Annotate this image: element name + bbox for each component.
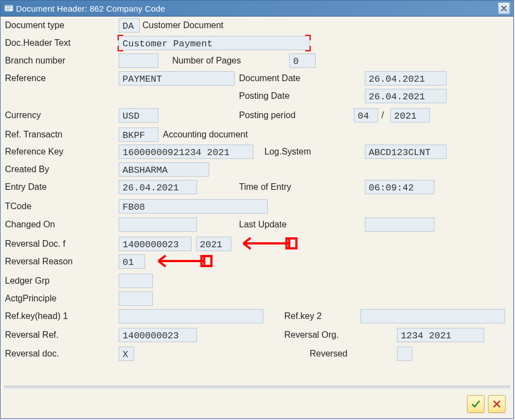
ref-transactn-field[interactable]: BKPF	[119, 127, 158, 142]
document-date-field[interactable]: 26.04.2021	[365, 71, 447, 86]
time-of-entry-field[interactable]: 06:09:42	[365, 180, 434, 194]
label-currency: Currency	[5, 108, 41, 123]
cancel-button[interactable]	[488, 395, 506, 413]
annotation-arrow-2	[146, 250, 213, 274]
label-ref-transactn: Ref. Transactn	[5, 127, 62, 142]
posting-period-month-field[interactable]: 04	[354, 108, 378, 123]
reversal-reason-field[interactable]: 01	[119, 254, 145, 269]
title-bar: Document Header: 862 Company Code	[1, 1, 513, 17]
label-time-of-entry: Time of Entry	[239, 180, 291, 194]
reversal-doc-f-year-field[interactable]: 2021	[196, 237, 231, 251]
reversed-field[interactable]	[397, 347, 412, 361]
document-type-desc: Customer Document	[142, 18, 224, 33]
form-canvas: Document type DA Customer Document Doc.H…	[3, 17, 511, 386]
label-reversal-ref: Reversal Ref.	[5, 328, 59, 342]
label-posting-period: Posting period	[239, 108, 295, 123]
label-actg-principle: ActgPrinciple	[5, 291, 56, 306]
label-document-type: Document type	[5, 18, 65, 33]
created-by-field[interactable]: ABSHARMA	[119, 162, 209, 177]
label-tcode: TCode	[5, 199, 31, 214]
dialog-button-bar	[467, 395, 506, 413]
label-created-by: Created By	[5, 162, 49, 177]
cancel-icon	[492, 400, 501, 408]
posting-period-sep: /	[381, 108, 384, 123]
reversal-org-field[interactable]: 1234 2021	[397, 328, 484, 342]
entry-date-field[interactable]: 26.04.2021	[119, 180, 197, 194]
label-doc-header-text: Doc.Header Text	[5, 36, 71, 50]
ref-key-2-field[interactable]	[360, 309, 505, 323]
tcode-field[interactable]: FB08	[119, 199, 268, 214]
close-button[interactable]	[498, 2, 510, 14]
dialog-window: Document Header: 862 Company Code Docume…	[0, 0, 514, 419]
close-icon	[501, 6, 507, 11]
label-reversal-reason: Reversal Reason	[5, 254, 73, 269]
label-posting-date: Posting Date	[239, 89, 290, 103]
reference-field[interactable]: PAYMENT	[119, 71, 235, 86]
label-ref-key-head-1: Ref.key(head) 1	[5, 309, 68, 323]
posting-period-year-field[interactable]: 2021	[390, 108, 430, 123]
label-entry-date: Entry Date	[5, 180, 47, 194]
label-document-date: Document Date	[239, 71, 300, 86]
last-update-field[interactable]	[365, 217, 434, 232]
reversal-doc-field[interactable]: X	[119, 347, 134, 361]
document-type-field[interactable]: DA	[119, 18, 140, 33]
changed-on-field[interactable]	[119, 217, 197, 232]
currency-field[interactable]: USD	[119, 108, 158, 123]
sap-logo-icon	[4, 3, 14, 13]
ok-button[interactable]	[467, 395, 485, 413]
label-reversal-org: Reversal Org.	[284, 328, 339, 342]
ledger-grp-field[interactable]	[119, 274, 153, 288]
label-branch-number: Branch number	[5, 54, 65, 68]
actg-principle-field[interactable]	[119, 291, 153, 306]
svg-rect-2	[201, 256, 211, 266]
doc-header-text-wrap: Customer Payment	[119, 36, 310, 50]
label-ledger-grp: Ledger Grp	[5, 274, 50, 288]
bottom-divider	[4, 386, 510, 390]
label-log-system: Log.System	[264, 145, 311, 159]
label-ref-key-2: Ref.key 2	[284, 309, 322, 323]
label-reference-key: Reference Key	[5, 145, 63, 159]
posting-date-field[interactable]: 26.04.2021	[365, 89, 447, 103]
annotation-arrow-1	[231, 232, 298, 256]
svg-rect-1	[286, 238, 296, 248]
reversal-ref-field[interactable]: 1400000023	[119, 328, 197, 342]
ref-key-head-1-field[interactable]	[119, 309, 263, 323]
label-number-of-pages: Number of Pages	[172, 54, 241, 68]
window-title: Document Header: 862 Company Code	[16, 4, 165, 13]
reference-key-field[interactable]: 16000000921234 2021	[119, 145, 253, 159]
ref-transactn-desc: Accounting document	[163, 127, 248, 142]
label-changed-on: Changed On	[5, 217, 55, 232]
reversal-doc-f-field[interactable]: 1400000023	[119, 237, 192, 251]
label-last-update: Last Update	[239, 217, 286, 232]
label-reversal-doc: Reversal doc.	[5, 347, 59, 361]
number-of-pages-field[interactable]: 0	[289, 54, 316, 68]
label-reversal-doc-f: Reversal Doc. f	[5, 237, 65, 251]
check-icon	[471, 399, 481, 409]
branch-number-field[interactable]	[119, 54, 158, 68]
log-system-field[interactable]: ABCD123CLNT	[365, 145, 447, 159]
label-reference: Reference	[5, 71, 46, 86]
label-reversed: Reversed	[310, 347, 347, 361]
